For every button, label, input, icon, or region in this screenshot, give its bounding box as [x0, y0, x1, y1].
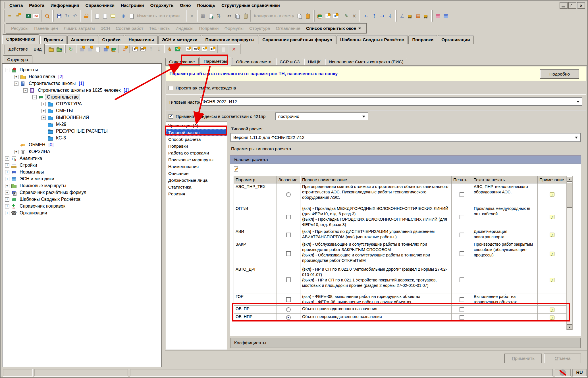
tree-item-строительство[interactable]: −Строительство: [2, 94, 161, 101]
expand-icon[interactable]: +: [5, 170, 9, 174]
outline-tree-icon-button[interactable]: ≡: [6, 12, 13, 20]
value-checkbox[interactable]: [286, 251, 291, 256]
print-checkbox[interactable]: [460, 215, 464, 219]
value-checkbox[interactable]: [286, 215, 291, 219]
grid-params-icon-button[interactable]: ▦: [102, 45, 109, 53]
materials-icon-button[interactable]: ▤: [414, 12, 422, 20]
house-params-icon-button[interactable]: ⌂: [120, 45, 128, 53]
menu-помощь[interactable]: Помощь: [194, 2, 218, 9]
toolbar-grip[interactable]: [360, 10, 361, 22]
globe-icon-button[interactable]: ⊕: [120, 12, 127, 20]
print-checkbox[interactable]: [460, 277, 464, 282]
column-header-текст-на-печать[interactable]: Текст на печать: [472, 176, 538, 183]
delete-row-icon-button[interactable]: ×: [188, 12, 196, 20]
tab-справочники[interactable]: Справочники: [2, 34, 40, 44]
cancel-button[interactable]: Отмена: [544, 354, 581, 363]
expand-icon[interactable]: +: [41, 102, 46, 106]
tree-item-выполнения[interactable]: +ВЫПОЛНЕНИЯ: [2, 114, 161, 121]
toolbar-grip[interactable]: [395, 10, 397, 22]
refresh-icon-button[interactable]: ↻: [67, 45, 74, 53]
print-checkbox[interactable]: [460, 192, 464, 197]
refresh-icon-button[interactable]: ↻: [63, 12, 71, 20]
column-header-полное-наименование[interactable]: Полное наименование: [300, 176, 452, 183]
coefficients-header[interactable]: Коэффициенты: [230, 338, 581, 348]
collapse-icon[interactable]: −: [5, 68, 9, 72]
toolbar-grip[interactable]: [3, 10, 5, 22]
tree-item-нормативы[interactable]: +Нормативы: [2, 169, 161, 176]
restore-button[interactable]: [568, 2, 576, 9]
index-percent-icon-button[interactable]: %: [174, 45, 181, 53]
truck-icon-button[interactable]: [422, 12, 430, 20]
print-checkbox[interactable]: [460, 297, 464, 302]
tree-item-сметы[interactable]: +СМЕТЫ: [2, 107, 161, 114]
column-header-параметр[interactable]: Параметр: [234, 176, 277, 183]
tree-item-м-29[interactable]: +М-29: [2, 121, 161, 128]
copy-sheets-icon-button[interactable]: [296, 12, 304, 20]
tab-организации[interactable]: Организации: [438, 35, 473, 44]
close-button[interactable]: ×: [577, 2, 585, 9]
sort-rows-icon-button[interactable]: ⇅: [215, 12, 222, 20]
tree-item-поисковые-маршруты[interactable]: +Поисковые маршруты: [2, 182, 161, 189]
tab-объектная-смета[interactable]: Объектная смета: [232, 58, 275, 66]
collapse-icon[interactable]: −: [23, 88, 28, 93]
menu-отдохнуть[interactable]: Отдохнуть: [147, 2, 177, 9]
section-item-ревизия[interactable]: Ревизия: [166, 191, 227, 197]
section-item-работа-со-строками[interactable]: Работа со строками: [166, 150, 227, 156]
tab-параметры[interactable]: Параметры: [200, 57, 232, 66]
indent-first-icon-button[interactable]: ⇠: [363, 12, 370, 20]
tab-structure[interactable]: Структура: [3, 55, 32, 64]
tree-item-структура[interactable]: +СТРУКТУРА: [2, 101, 161, 107]
typical-calc-version-combo[interactable]: Версия 1.11.0 для ФСНБ-2022 И12: [230, 133, 581, 142]
book-params-icon-button[interactable]: [110, 45, 117, 53]
doc-params-icon-button[interactable]: [94, 45, 101, 53]
tree-item-шаблоны-сводных-расч-тов[interactable]: +Шаблоны Сводных Расчётов: [2, 196, 161, 203]
value-checkbox[interactable]: [286, 277, 291, 282]
note-icon[interactable]: i: [550, 252, 554, 256]
blocks-icon-button[interactable]: ▦: [199, 12, 206, 20]
language-indicator[interactable]: RU: [572, 369, 587, 376]
details-button[interactable]: Подробно: [540, 69, 579, 79]
move-up-icon-button[interactable]: ↑: [147, 45, 155, 53]
menu-настройки[interactable]: Настройки: [118, 2, 147, 9]
menu-информация[interactable]: Информация: [47, 2, 82, 9]
section-item-статистика[interactable]: Статистика: [166, 184, 227, 191]
indent-up-icon-button[interactable]: ⇡: [371, 12, 378, 20]
p-badge-icon-button[interactable]: P: [131, 45, 139, 53]
indent-last-icon-button[interactable]: ⇣: [387, 12, 394, 20]
value-radio[interactable]: [286, 307, 291, 312]
section-item-типовой-расчет[interactable]: Типовой расчет: [166, 129, 227, 136]
expand-icon[interactable]: +: [5, 184, 9, 188]
menu-окно[interactable]: Окно: [177, 2, 194, 9]
open-windows-dropdown[interactable]: Список открытых окон: [303, 26, 364, 31]
tab-проекты[interactable]: Проекты: [40, 35, 67, 44]
scrollbar-thumb[interactable]: [567, 182, 572, 208]
expand-icon[interactable]: +: [5, 197, 9, 202]
pdf-export-icon-button[interactable]: PDF: [33, 12, 40, 20]
p-doc-icon-button[interactable]: P: [324, 12, 331, 20]
section-item-поправки[interactable]: Поправки: [166, 143, 227, 150]
tree-item-кс-3[interactable]: +КС-3: [2, 135, 161, 141]
tree-edit-icon-button[interactable]: ✎: [343, 12, 350, 20]
expand-icon[interactable]: +: [41, 116, 46, 120]
tree-item-эсн-и-методики[interactable]: +ЭСН и методики: [2, 176, 161, 182]
tab-стройки[interactable]: Стройки: [99, 35, 124, 44]
section-item-наименования[interactable]: Наименования: [166, 163, 227, 170]
tab-поправки[interactable]: Поправки: [408, 35, 437, 44]
add-doc-icon-button[interactable]: [207, 12, 214, 20]
m29-icon-button[interactable]: М29: [193, 45, 200, 53]
tab-аналитика[interactable]: Аналитика: [67, 35, 98, 44]
menu-справочники[interactable]: Справочники: [82, 2, 118, 9]
tree-delete-icon-button[interactable]: ×: [351, 12, 358, 20]
print-checkbox[interactable]: [460, 315, 464, 320]
action-menu[interactable]: Действие: [6, 45, 31, 53]
expand-icon[interactable]: +: [5, 204, 9, 208]
pr-badge-icon-button[interactable]: ПР: [139, 45, 147, 53]
menu-работа[interactable]: Работа: [26, 2, 47, 9]
column-header-примечание[interactable]: Примечание: [538, 176, 567, 183]
approved-checkbox[interactable]: [169, 86, 173, 90]
tab-справочник-расч-тных-формул[interactable]: Справочник расчётных формул: [259, 35, 336, 44]
tab-поисковые-маршруты[interactable]: Поисковые маршруты: [202, 35, 258, 44]
minimize-button[interactable]: [560, 2, 568, 9]
tree-item-аналитика[interactable]: +Аналитика: [2, 155, 161, 162]
section-item-должностные-лица[interactable]: Должностные лица: [166, 177, 227, 184]
